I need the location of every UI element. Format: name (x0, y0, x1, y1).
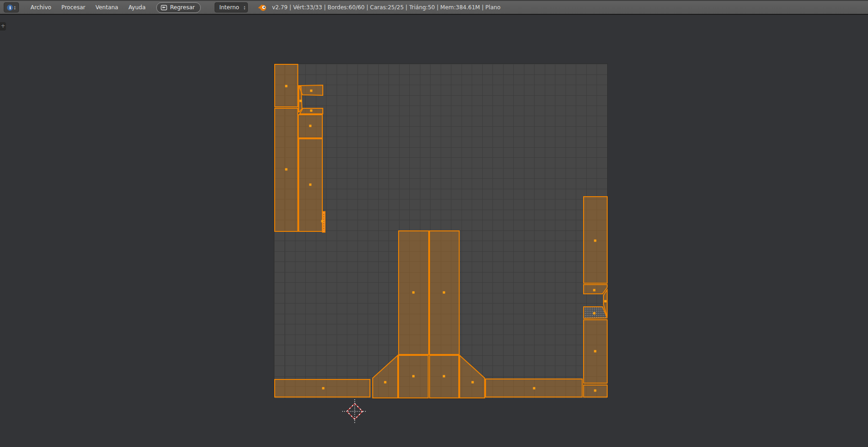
uv-face[interactable] (460, 355, 485, 398)
info-editor-icon: i (7, 5, 13, 11)
uv-islands-overlay (0, 15, 868, 447)
chevron-up-down-icon: ▴▾ (244, 5, 245, 10)
back-button-label: Regresar (170, 4, 195, 11)
back-screen-icon (160, 5, 167, 11)
blender-logo-icon (257, 3, 267, 12)
uv-face[interactable] (299, 87, 302, 112)
uv-island-group-left (275, 64, 325, 232)
scene-stats-text: v2.79 | Vért:33/33 | Bordes:60/60 | Cara… (272, 4, 500, 11)
uv-2d-cursor[interactable] (342, 399, 367, 423)
render-engine-value: Interno (219, 4, 244, 11)
chevron-up-down-icon: ▴▾ (14, 5, 15, 10)
editor-type-button[interactable]: i ▴▾ (4, 2, 19, 12)
menu-ventana[interactable]: Ventana (90, 4, 123, 11)
uv-face[interactable] (373, 355, 398, 398)
back-button[interactable]: Regresar (156, 2, 201, 13)
menu-archivo[interactable]: Archivo (25, 4, 56, 11)
menu-ayuda[interactable]: Ayuda (123, 4, 151, 11)
top-header-bar: i ▴▾ Archivo Procesar Ventana Ayuda Regr… (0, 0, 868, 15)
uv-image-editor-viewport[interactable]: + (0, 15, 868, 447)
uv-island-group-right (584, 197, 607, 397)
uv-island-group-center (275, 231, 582, 398)
render-engine-select[interactable]: Interno ▴▾ (215, 2, 248, 12)
menu-procesar[interactable]: Procesar (56, 4, 91, 11)
